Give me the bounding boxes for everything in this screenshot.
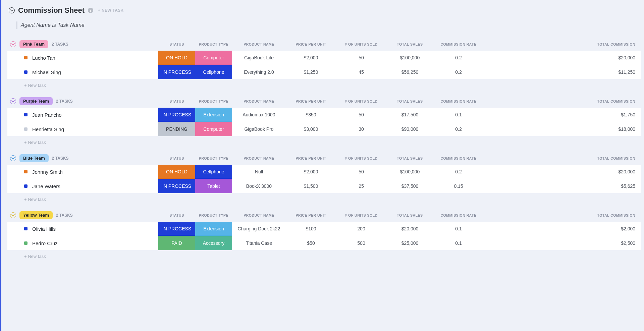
status-badge[interactable]: ON HOLD [158,51,195,65]
product-type-badge[interactable]: Extension [195,108,232,122]
column-header[interactable]: PRICE PER UNIT [286,156,336,160]
team-pill[interactable]: Blue Team [19,154,49,162]
total-commission[interactable]: $2,000 [484,222,641,236]
product-name[interactable]: BookX 3000 [232,179,286,193]
status-bullet-icon[interactable] [24,70,28,74]
column-header[interactable]: TOTAL SALES [386,99,433,103]
price-per-unit[interactable]: $350 [286,108,336,122]
column-header[interactable]: PRODUCT TYPE [195,99,232,103]
list-title[interactable]: Commission Sheet [18,6,85,15]
product-type-badge[interactable]: Extension [195,222,232,236]
units-sold[interactable]: 25 [336,179,386,193]
commission-rate[interactable]: 0.1 [433,108,484,122]
column-header[interactable]: PRODUCT NAME [232,156,286,160]
status-bullet-icon[interactable] [24,56,28,59]
units-sold[interactable]: 500 [336,236,386,250]
new-task-button[interactable]: + New task [7,251,641,259]
info-icon[interactable]: i [88,8,93,13]
commission-rate[interactable]: 0.2 [433,122,484,136]
product-type-badge[interactable]: Tablet [195,179,232,193]
units-sold[interactable]: 200 [336,222,386,236]
collapse-group-icon[interactable] [10,155,16,161]
status-badge[interactable]: PAID [158,236,195,250]
product-type-badge[interactable]: Computer [195,122,232,136]
table-row[interactable]: Olivia HillsIN PROCESSExtensionCharging … [7,222,641,236]
total-commission[interactable]: $2,500 [484,236,641,250]
total-commission[interactable]: $1,750 [484,108,641,122]
price-per-unit[interactable]: $1,250 [286,65,336,79]
agent-name-cell[interactable]: Johnny Smith [7,165,158,179]
column-header[interactable]: PRICE PER UNIT [286,99,336,103]
product-name[interactable]: GigaBook Lite [232,51,286,65]
units-sold[interactable]: 50 [336,51,386,65]
total-commission[interactable]: $5,625 [484,179,641,193]
team-pill[interactable]: Purple Team [19,97,53,105]
column-header[interactable]: STATUS [158,213,195,217]
column-header[interactable]: TOTAL SALES [386,156,433,160]
total-sales[interactable]: $100,000 [386,165,433,179]
column-header[interactable]: # OF UNITS SOLD [336,42,386,46]
column-header[interactable]: PRODUCT NAME [232,42,286,46]
units-sold[interactable]: 45 [336,65,386,79]
product-type-badge[interactable]: Cellphone [195,165,232,179]
status-badge[interactable]: IN PROCESS [158,65,195,79]
status-badge[interactable]: IN PROCESS [158,222,195,236]
table-row[interactable]: Henrietta SingPENDINGComputerGigaBook Pr… [7,122,641,136]
total-sales[interactable]: $56,250 [386,65,433,79]
total-sales[interactable]: $25,000 [386,236,433,250]
team-pill[interactable]: Yellow Team [19,211,53,219]
agent-name-cell[interactable]: Michael Sing [7,65,158,79]
product-type-badge[interactable]: Computer [195,51,232,65]
product-name[interactable]: Everything 2.0 [232,65,286,79]
table-row[interactable]: Johnny SmithON HOLDCellphoneNull$2,00050… [7,165,641,179]
agent-name-cell[interactable]: Lucho Tan [7,51,158,65]
column-header[interactable]: STATUS [158,42,195,46]
total-sales[interactable]: $37,500 [386,179,433,193]
column-header[interactable]: PRODUCT NAME [232,99,286,103]
column-header[interactable]: COMMISSION RATE [433,156,484,160]
collapse-group-icon[interactable] [10,41,16,47]
commission-rate[interactable]: 0.2 [433,165,484,179]
table-row[interactable]: Juan PanchoIN PROCESSExtensionAudiomax 1… [7,108,641,122]
price-per-unit[interactable]: $2,000 [286,165,336,179]
status-badge[interactable]: IN PROCESS [158,108,195,122]
total-sales[interactable]: $90,000 [386,122,433,136]
column-header[interactable]: TOTAL SALES [386,213,433,217]
column-header[interactable]: PRODUCT TYPE [195,42,232,46]
status-bullet-icon[interactable] [24,127,28,131]
units-sold[interactable]: 50 [336,165,386,179]
column-header[interactable]: TOTAL COMMISSION [484,156,641,160]
table-row[interactable]: Michael SingIN PROCESSCellphoneEverythin… [7,65,641,79]
total-commission[interactable]: $18,000 [484,122,641,136]
new-task-button[interactable]: + New task [7,136,641,145]
status-bullet-icon[interactable] [24,170,28,173]
column-header[interactable]: COMMISSION RATE [433,42,484,46]
product-name[interactable]: GigaBook Pro [232,122,286,136]
product-type-badge[interactable]: Accessory [195,236,232,250]
total-sales[interactable]: $100,000 [386,51,433,65]
column-header[interactable]: PRICE PER UNIT [286,213,336,217]
column-header[interactable]: TOTAL COMMISSION [484,99,641,103]
column-header[interactable]: # OF UNITS SOLD [336,213,386,217]
column-header[interactable]: STATUS [158,99,195,103]
price-per-unit[interactable]: $2,000 [286,51,336,65]
units-sold[interactable]: 30 [336,122,386,136]
column-header[interactable]: COMMISSION RATE [433,213,484,217]
status-bullet-icon[interactable] [24,113,28,116]
commission-rate[interactable]: 0.1 [433,222,484,236]
team-pill[interactable]: Pink Team [19,40,48,48]
price-per-unit[interactable]: $50 [286,236,336,250]
status-bullet-icon[interactable] [24,227,28,230]
agent-name-cell[interactable]: Jane Waters [7,179,158,193]
table-row[interactable]: Lucho TanON HOLDComputerGigaBook Lite$2,… [7,51,641,65]
collapse-list-icon[interactable] [9,7,15,13]
total-commission[interactable]: $11,250 [484,65,641,79]
price-per-unit[interactable]: $1,500 [286,179,336,193]
total-commission[interactable]: $20,000 [484,51,641,65]
new-task-button[interactable]: + New task [7,79,641,88]
commission-rate[interactable]: 0.15 [433,179,484,193]
column-header[interactable]: # OF UNITS SOLD [336,156,386,160]
agent-name-cell[interactable]: Henrietta Sing [7,122,158,136]
agent-name-cell[interactable]: Pedro Cruz [7,236,158,250]
agent-name-cell[interactable]: Juan Pancho [7,108,158,122]
